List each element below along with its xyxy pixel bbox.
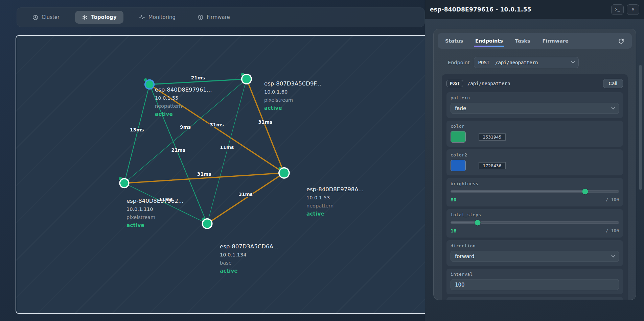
request-card: POST /api/neopattern Call patternfadecol…	[442, 74, 628, 300]
slider-thumb[interactable]	[582, 189, 588, 194]
chevron-down-icon	[571, 60, 575, 64]
field-color2: color21728436	[446, 149, 623, 175]
edge-n2-n3	[247, 79, 284, 173]
topology-graph: 21ms13ms21ms31ms9ms11ms31ms11ms31ms31ms	[16, 36, 433, 314]
field-color2-row: 1728436	[451, 160, 619, 171]
field-brightness: brightness80/ 100	[446, 178, 623, 206]
device-panel-title: esp-840D8E979616 - 10.0.1.55	[430, 6, 531, 13]
edge-latency-label: 21ms	[191, 75, 205, 80]
field-total_steps: total_steps16/ 100	[446, 209, 623, 238]
field-pattern-select[interactable]: fade	[451, 103, 619, 114]
monitoring-icon	[139, 15, 145, 20]
field-label: brightness	[451, 181, 619, 186]
field-color: color2531945	[446, 121, 623, 147]
slider-max-value: / 100	[606, 228, 619, 233]
field-label: color	[451, 124, 619, 129]
device-node-n1[interactable]	[145, 80, 154, 89]
chevron-down-icon	[611, 105, 615, 109]
edge-latency-label: 31ms	[197, 171, 211, 177]
slider-fill	[451, 191, 585, 192]
slider-values: 80/ 100	[451, 197, 619, 202]
field-color-row: 2531945	[451, 131, 619, 143]
edge-latency-label: 11ms	[220, 145, 234, 150]
field-direction: directionforward	[446, 240, 623, 266]
device-node-n4[interactable]	[120, 179, 129, 188]
tab-firmware[interactable]: Firmware	[543, 33, 569, 49]
field-interval-input[interactable]: 100	[451, 279, 619, 290]
slider-values: 16/ 100	[451, 228, 619, 233]
endpoint-select-value: POST /api/neopattern	[478, 60, 538, 65]
field-value: 100	[455, 282, 465, 288]
color-swatch[interactable]	[451, 160, 466, 171]
tab-endpoints[interactable]: Endpoints	[475, 33, 503, 49]
close-icon[interactable]: ✕	[627, 4, 639, 15]
field-direction-select[interactable]: forward	[451, 251, 619, 262]
nav-item-label: Cluster	[42, 14, 60, 20]
edge-n1-n3	[150, 84, 284, 173]
topology-canvas[interactable]: 21ms13ms21ms31ms9ms11ms31ms11ms31ms31ms …	[16, 35, 433, 314]
slider-current-value: 80	[451, 197, 456, 202]
color-value-input[interactable]: 1728436	[479, 162, 506, 169]
endpoint-label: Endpoint	[448, 60, 470, 65]
device-panel-header: esp-840D8E979616 - 10.0.1.55 >_ ✕	[425, 0, 644, 19]
field-interval: interval100	[446, 269, 623, 294]
field-broadcast: broadcastbroadcast	[446, 297, 623, 300]
field-pattern: patternfade	[446, 92, 623, 118]
device-node-n5[interactable]	[202, 219, 212, 228]
edge-latency-label: 31ms	[258, 119, 273, 125]
device-node-n2[interactable]	[242, 74, 251, 84]
method-badge: POST	[446, 80, 463, 87]
color-swatch[interactable]	[451, 131, 466, 143]
request-header: POST /api/neopattern Call	[446, 79, 623, 88]
field-label: interval	[451, 272, 619, 277]
tab-tasks[interactable]: Tasks	[515, 33, 530, 49]
call-button[interactable]: Call	[603, 79, 623, 88]
firmware-icon	[198, 15, 203, 20]
nav-item-monitoring[interactable]: Monitoring	[132, 11, 182, 24]
endpoint-selector-row: Endpoint POST /api/neopattern	[448, 57, 628, 68]
endpoint-select[interactable]: POST /api/neopattern	[474, 57, 579, 68]
slider-current-value: 16	[451, 228, 456, 233]
request-path: /api/neopattern	[467, 81, 510, 86]
field-label: color2	[451, 152, 619, 157]
device-node-n3[interactable]	[279, 168, 289, 178]
edge-n4-n5	[124, 183, 207, 224]
top-navbar: ClusterTopologyMonitoringFirmware	[17, 7, 425, 27]
edge-latency-label: 13ms	[130, 127, 144, 132]
nav-item-label: Firmware	[207, 14, 230, 20]
slider-thumb[interactable]	[475, 220, 480, 225]
topology-icon	[82, 15, 88, 20]
edge-latency-label: 11ms	[159, 197, 173, 202]
device-card: StatusEndpointsTasksFirmware Endpoint PO…	[433, 29, 636, 300]
field-label: total_steps	[451, 212, 619, 217]
field-label: pattern	[451, 95, 619, 100]
cluster-icon	[32, 15, 38, 20]
refresh-icon[interactable]	[618, 38, 624, 44]
nav-item-firmware[interactable]: Firmware	[191, 11, 237, 24]
nav-item-topology[interactable]: Topology	[75, 11, 123, 24]
nav-item-label: Topology	[91, 14, 117, 20]
field-total_steps-slider[interactable]	[451, 220, 619, 225]
color-value-input[interactable]: 2531945	[479, 133, 506, 141]
field-value: forward	[455, 253, 475, 260]
slider-fill	[451, 222, 477, 223]
terminal-icon[interactable]: >_	[611, 4, 624, 15]
edge-latency-label: 21ms	[171, 147, 185, 153]
nav-item-cluster[interactable]: Cluster	[26, 11, 66, 24]
slider-max-value: / 100	[606, 197, 619, 202]
edge-n1-n4	[124, 84, 150, 183]
nav-item-label: Monitoring	[148, 14, 176, 20]
edge-latency-label: 9ms	[180, 124, 191, 130]
field-brightness-slider[interactable]	[451, 189, 619, 194]
tab-status[interactable]: Status	[445, 33, 463, 49]
chevron-down-icon	[611, 253, 615, 257]
device-tabbar: StatusEndpointsTasksFirmware	[438, 33, 632, 49]
device-panel: esp-840D8E979616 - 10.0.1.55 >_ ✕ Status…	[425, 0, 644, 321]
edge-latency-label: 31ms	[238, 192, 253, 197]
field-label: direction	[451, 243, 619, 248]
field-value: fade	[455, 105, 466, 112]
panel-scrollbar[interactable]	[639, 65, 642, 190]
edge-latency-label: 31ms	[210, 122, 224, 127]
